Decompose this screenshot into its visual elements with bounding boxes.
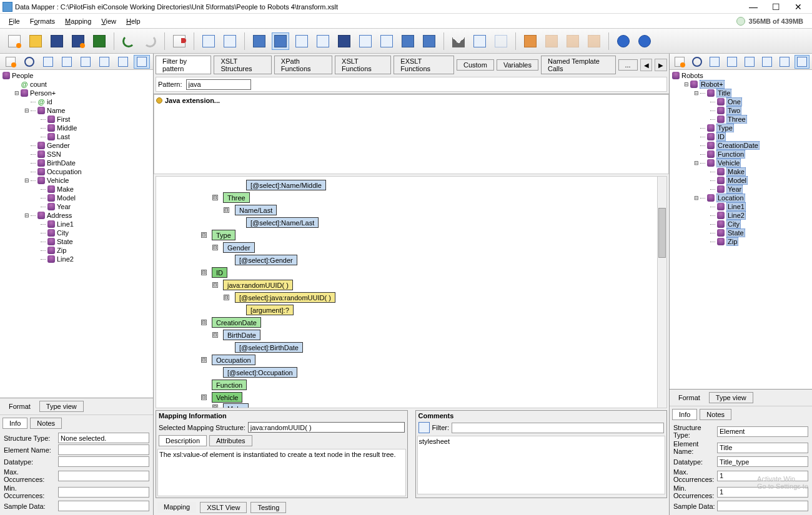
- map-node[interactable]: Function: [212, 380, 247, 390]
- tree-node[interactable]: ⊟Vehicle: [670, 159, 812, 167]
- menu-view[interactable]: View: [96, 16, 121, 26]
- target-tree[interactable]: Robots⊟Robot+⊟TitleOneTwoThreeTypeIDCrea…: [670, 70, 812, 389]
- tree-node[interactable]: Last: [0, 132, 153, 141]
- tree-node[interactable]: Three: [670, 115, 812, 124]
- tool6-button[interactable]: [357, 32, 374, 50]
- map-node[interactable]: [@select]:BirthDate: [235, 342, 303, 353]
- r-max-occ[interactable]: [717, 471, 808, 481]
- info-tab[interactable]: Info: [2, 418, 27, 429]
- exit-button[interactable]: [171, 32, 188, 50]
- tree-node[interactable]: State: [0, 237, 153, 246]
- selected-mapping-field[interactable]: [248, 422, 405, 433]
- right-add-icon[interactable]: [672, 55, 687, 69]
- mapping-tab[interactable]: Mapping: [157, 502, 196, 513]
- tree-node[interactable]: Line2: [670, 211, 812, 220]
- map-node[interactable]: Type: [212, 230, 235, 240]
- comments-list[interactable]: stylesheet: [417, 436, 666, 494]
- center-tab[interactable]: Custom: [457, 59, 494, 71]
- menu-formats[interactable]: Formats: [25, 16, 60, 26]
- tool2-button[interactable]: [272, 32, 289, 50]
- center-tab[interactable]: ...: [618, 59, 638, 71]
- left-datatype[interactable]: [58, 456, 149, 467]
- left-t1[interactable]: [40, 55, 56, 69]
- map-toggle[interactable]: ⊟: [212, 195, 218, 200]
- r-info-tab[interactable]: Info: [672, 409, 697, 420]
- typeview-tab[interactable]: Type view: [39, 401, 84, 412]
- tool5-button[interactable]: [335, 32, 353, 50]
- center-tab[interactable]: Named Template Calls: [541, 56, 616, 74]
- tree-node[interactable]: BirthDate: [0, 159, 153, 167]
- sheet1-button[interactable]: [200, 32, 217, 50]
- new-button[interactable]: [6, 32, 23, 50]
- map-toggle[interactable]: ⊟: [201, 270, 207, 275]
- right-search-icon[interactable]: [690, 55, 705, 69]
- tree-node[interactable]: SSN: [0, 150, 153, 159]
- left-element-name[interactable]: [58, 444, 149, 455]
- save-button[interactable]: [48, 32, 66, 50]
- tool3-button[interactable]: [293, 32, 310, 50]
- map-toggle[interactable]: ⊟: [224, 295, 229, 300]
- filter-result-item[interactable]: Java extension...: [165, 97, 220, 104]
- r-format-tab[interactable]: Format: [672, 393, 706, 403]
- tree-node[interactable]: @count: [0, 80, 153, 89]
- comments-filter[interactable]: [452, 423, 664, 433]
- map-toggle[interactable]: ⊟: [212, 245, 218, 250]
- about-button[interactable]: [636, 32, 653, 50]
- map-toggle[interactable]: ⊟: [212, 282, 218, 288]
- menu-file[interactable]: File: [4, 16, 25, 26]
- close-button[interactable]: ✕: [787, 1, 810, 13]
- center-tab[interactable]: EXSLT Functions: [394, 56, 454, 74]
- undo-button[interactable]: [120, 32, 137, 50]
- maximize-button[interactable]: ☐: [765, 1, 787, 13]
- left-min-occ[interactable]: [58, 487, 149, 498]
- r-element-name[interactable]: [717, 443, 808, 453]
- left-t2[interactable]: [59, 55, 75, 69]
- r-min-occ[interactable]: [717, 487, 808, 498]
- tree-node[interactable]: ⊟Location: [670, 194, 812, 202]
- map-node[interactable]: [@select]:Gender: [235, 255, 297, 265]
- canvas-scrollbar[interactable]: [657, 177, 666, 408]
- map-toggle[interactable]: ⊟: [201, 232, 207, 238]
- left-t4[interactable]: [96, 55, 112, 69]
- sheet2-button[interactable]: [221, 32, 239, 50]
- map-node[interactable]: java:randomUUID( ): [223, 280, 293, 290]
- map-node[interactable]: [@select]:Occupation: [223, 367, 297, 378]
- tree-node[interactable]: Line1: [670, 202, 812, 211]
- tool7-button[interactable]: [378, 32, 395, 50]
- menu-help[interactable]: Help: [121, 16, 146, 26]
- tree-node[interactable]: Zip: [0, 246, 153, 255]
- mapping-canvas[interactable]: [@select]:Name/MiddleThreeName/Last[@sel…: [156, 176, 667, 408]
- center-tab[interactable]: XSLT Structures: [214, 56, 271, 74]
- open-button[interactable]: [27, 32, 44, 50]
- source-tree[interactable]: People@count⊟Person+@id⊟NameFirstMiddleL…: [0, 70, 153, 398]
- minimize-button[interactable]: —: [742, 1, 765, 13]
- map-toggle[interactable]: ⊟: [212, 332, 218, 338]
- tree-node[interactable]: Type: [670, 124, 812, 132]
- r-datatype[interactable]: [717, 456, 808, 467]
- right-t3[interactable]: [742, 55, 757, 69]
- tree-node[interactable]: Model: [670, 176, 812, 185]
- notes-tab[interactable]: Notes: [30, 418, 62, 429]
- map-node[interactable]: Occupation: [212, 355, 255, 365]
- left-sample-data[interactable]: [58, 501, 149, 511]
- r-typeview-tab[interactable]: Type view: [709, 392, 753, 403]
- tree-node[interactable]: Gender: [0, 141, 153, 150]
- redo-button[interactable]: [141, 32, 159, 50]
- copy-button[interactable]: [471, 32, 488, 50]
- r-notes-tab[interactable]: Notes: [700, 409, 731, 420]
- center-tab[interactable]: XSLT Functions: [335, 56, 391, 74]
- r-structure-type[interactable]: [717, 426, 808, 437]
- attributes-tab[interactable]: Attributes: [209, 435, 252, 446]
- left-add-icon[interactable]: [2, 55, 19, 69]
- left-t6[interactable]: [134, 55, 150, 69]
- map-node[interactable]: [argument]:?: [246, 305, 294, 315]
- orange2-button[interactable]: [543, 32, 560, 50]
- tree-root[interactable]: Robots: [670, 71, 812, 80]
- left-structure-type[interactable]: [58, 433, 149, 443]
- orange1-button[interactable]: [522, 32, 539, 50]
- tree-node[interactable]: ID: [670, 132, 812, 141]
- cut-button[interactable]: [450, 32, 467, 50]
- map-node[interactable]: Name/Last: [235, 205, 277, 215]
- right-t5[interactable]: [777, 55, 792, 69]
- orange4-button[interactable]: [585, 32, 603, 50]
